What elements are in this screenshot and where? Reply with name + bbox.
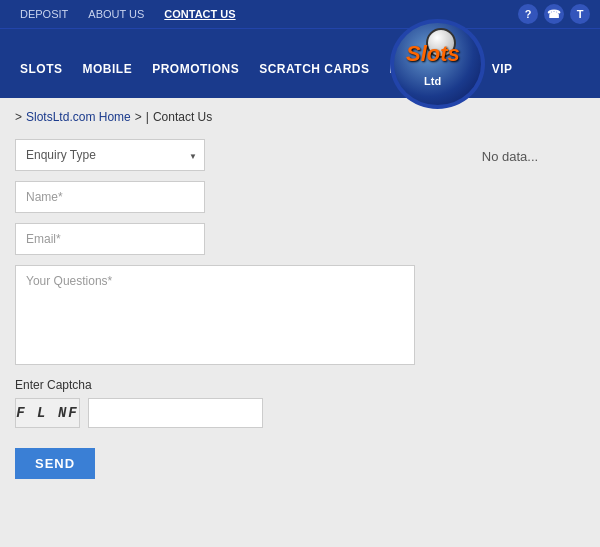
nav-mobile[interactable]: MOBILE	[73, 62, 143, 76]
top-nav: DEPOSIT ABOUT US CONTACT US ? ☎ T	[0, 0, 600, 28]
enquiry-type-wrapper: Enquiry Type General Technical Billing O…	[15, 139, 205, 171]
captcha-group: Enter Captcha F L NF	[15, 378, 415, 428]
main-nav: SLOTS MOBILE PROMOTIONS SCRATCH CARDS LI…	[0, 28, 600, 98]
name-input[interactable]	[15, 181, 205, 213]
enquiry-type-select[interactable]: Enquiry Type General Technical Billing O…	[15, 139, 205, 171]
top-nav-links: DEPOSIT ABOUT US CONTACT US	[10, 0, 246, 28]
breadcrumb-current: Contact Us	[153, 110, 212, 124]
captcha-row: F L NF	[15, 398, 415, 428]
questions-textarea[interactable]	[15, 265, 415, 365]
captcha-label: Enter Captcha	[15, 378, 415, 392]
email-input[interactable]	[15, 223, 205, 255]
top-nav-icons: ? ☎ T	[518, 4, 590, 24]
nav-contact-us[interactable]: CONTACT US	[154, 0, 245, 28]
captcha-input[interactable]	[88, 398, 263, 428]
breadcrumb-home[interactable]: SlotsLtd.com Home	[26, 110, 131, 124]
logo[interactable]: Slots Ltd	[390, 19, 500, 109]
content-area: > SlotsLtd.com Home > | Contact Us Enqui…	[0, 98, 600, 547]
nav-about-us[interactable]: ABOUT US	[78, 0, 154, 28]
name-group	[15, 181, 415, 213]
captcha-image: F L NF	[15, 398, 80, 428]
enquiry-type-group: Enquiry Type General Technical Billing O…	[15, 139, 415, 171]
nav-promotions[interactable]: PROMOTIONS	[142, 62, 249, 76]
nav-slots[interactable]: SLOTS	[10, 62, 73, 76]
phone-icon[interactable]: ☎	[544, 4, 564, 24]
contact-layout: Enquiry Type General Technical Billing O…	[15, 139, 585, 479]
questions-group	[15, 265, 415, 368]
nav-deposit[interactable]: DEPOSIT	[10, 0, 78, 28]
breadcrumb-pipe: |	[146, 110, 149, 124]
chat-icon[interactable]: T	[570, 4, 590, 24]
logo-text-slots: Slots	[406, 41, 460, 67]
send-button[interactable]: SEND	[15, 448, 95, 479]
logo-circle: Slots Ltd	[390, 19, 485, 109]
breadcrumb-sep: >	[135, 110, 142, 124]
contact-form: Enquiry Type General Technical Billing O…	[15, 139, 415, 479]
contact-right-panel: No data...	[435, 139, 585, 479]
email-group	[15, 223, 415, 255]
help-icon[interactable]: ?	[518, 4, 538, 24]
breadcrumb-arrow: >	[15, 110, 22, 124]
breadcrumb: > SlotsLtd.com Home > | Contact Us	[15, 110, 585, 124]
logo-text-ltd: Ltd	[424, 75, 441, 87]
no-data-text: No data...	[482, 149, 538, 164]
nav-scratch-cards[interactable]: SCRATCH CARDS	[249, 62, 379, 76]
